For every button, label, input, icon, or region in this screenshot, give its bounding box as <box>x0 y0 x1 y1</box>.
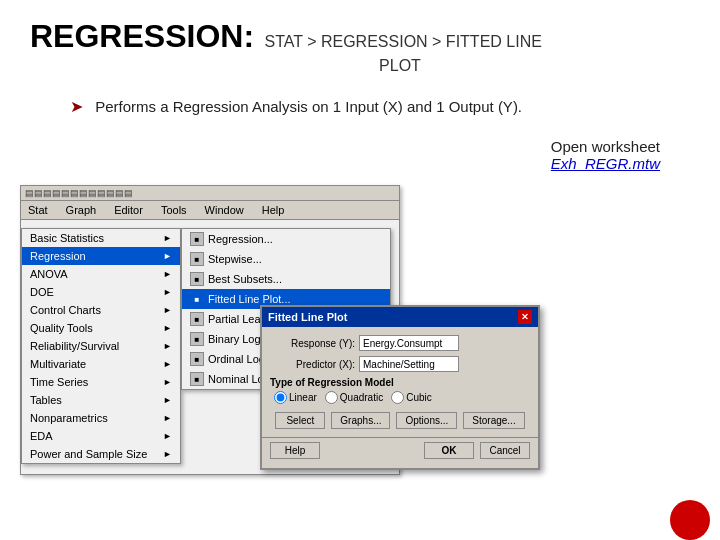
title-regression: REGRESSION: <box>30 18 254 54</box>
worksheet-area: Open worksheet Exh_REGR.mtw <box>551 138 660 172</box>
submenu-best-subsets[interactable]: ■ Best Subsets... <box>182 269 390 289</box>
ok-button[interactable]: OK <box>424 442 474 459</box>
menu-tools[interactable]: Tools <box>158 203 190 217</box>
model-type-label: Type of Regression Model <box>270 377 530 388</box>
worksheet-label: Open worksheet <box>551 138 660 155</box>
fitted-line-dialog: Fitted Line Plot ✕ Response (Y): Predict… <box>260 305 540 470</box>
stat-quality-tools[interactable]: Quality Tools ► <box>22 319 180 337</box>
binary-logistic-icon: ■ <box>190 332 204 346</box>
menu-window[interactable]: Window <box>202 203 247 217</box>
fitted-line-icon: ■ <box>190 292 204 306</box>
stat-control-charts[interactable]: Control Charts ► <box>22 301 180 319</box>
response-field: Response (Y): <box>270 335 530 351</box>
title-subtitle2: PLOT <box>30 57 690 75</box>
radio-quadratic-input[interactable] <box>325 391 338 404</box>
arrow-icon: ► <box>163 341 172 351</box>
stat-tables[interactable]: Tables ► <box>22 391 180 409</box>
help-button[interactable]: Help <box>270 442 320 459</box>
submenu-stepwise[interactable]: ■ Stepwise... <box>182 249 390 269</box>
toolbar-icons: ▤▤▤▤▤▤▤▤▤▤▤▤ <box>25 188 133 198</box>
stat-regression[interactable]: Regression ► <box>22 247 180 265</box>
radio-quadratic[interactable]: Quadratic <box>325 391 383 404</box>
stat-nonparametrics[interactable]: Nonparametrics ► <box>22 409 180 427</box>
dialog-bottom-buttons: Help OK Cancel <box>262 437 538 463</box>
ordinal-logistic-icon: ■ <box>190 352 204 366</box>
storage-button[interactable]: Storage... <box>463 412 524 429</box>
description-area: ➤ Performs a Regression Analysis on 1 In… <box>0 85 720 127</box>
arrow-icon: ► <box>163 359 172 369</box>
graphs-button[interactable]: Graphs... <box>331 412 390 429</box>
menu-editor[interactable]: Editor <box>111 203 146 217</box>
arrow-icon: ► <box>163 323 172 333</box>
stat-multivariate[interactable]: Multivariate ► <box>22 355 180 373</box>
predictor-label: Predictor (X): <box>270 359 355 370</box>
partial-least-icon: ■ <box>190 312 204 326</box>
arrow-icon: ► <box>163 413 172 423</box>
predictor-field: Predictor (X): <box>270 356 530 372</box>
dialog-titlebar: Fitted Line Plot ✕ <box>262 307 538 327</box>
options-button[interactable]: Options... <box>396 412 457 429</box>
stat-time-series[interactable]: Time Series ► <box>22 373 180 391</box>
radio-cubic[interactable]: Cubic <box>391 391 432 404</box>
stat-reliability[interactable]: Reliability/Survival ► <box>22 337 180 355</box>
arrow-icon: ► <box>163 305 172 315</box>
best-subsets-icon: ■ <box>190 272 204 286</box>
arrow-icon: ► <box>163 449 172 459</box>
menu-stat[interactable]: Stat <box>25 203 51 217</box>
worksheet-link[interactable]: Exh_REGR.mtw <box>551 155 660 172</box>
bullet-icon: ➤ <box>70 98 83 115</box>
arrow-icon: ► <box>163 377 172 387</box>
model-radio-group: Linear Quadratic Cubic <box>274 391 530 404</box>
select-button[interactable]: Select <box>275 412 325 429</box>
arrow-icon: ► <box>163 287 172 297</box>
menu-help[interactable]: Help <box>259 203 288 217</box>
arrow-icon: ► <box>163 431 172 441</box>
page-title: REGRESSION: STAT > REGRESSION > FITTED L… <box>30 18 690 55</box>
radio-cubic-input[interactable] <box>391 391 404 404</box>
title-subtitle: STAT > REGRESSION > FITTED LINE <box>264 33 541 50</box>
menu-bar: Stat Graph Editor Tools Window Help <box>21 201 399 220</box>
dialog-middle-buttons: Select Graphs... Options... Storage... <box>270 412 530 429</box>
stat-eda[interactable]: EDA ► <box>22 427 180 445</box>
radio-linear[interactable]: Linear <box>274 391 317 404</box>
stepwise-icon: ■ <box>190 252 204 266</box>
arrow-icon: ► <box>163 233 172 243</box>
nominal-logistic-icon: ■ <box>190 372 204 386</box>
response-input[interactable] <box>359 335 459 351</box>
arrow-icon: ► <box>163 251 172 261</box>
regression-icon: ■ <box>190 232 204 246</box>
red-circle-decoration <box>670 500 710 540</box>
dialog-body: Response (Y): Predictor (X): Type of Reg… <box>262 327 538 437</box>
stat-basic-statistics[interactable]: Basic Statistics ► <box>22 229 180 247</box>
dialog-title: Fitted Line Plot <box>268 311 347 323</box>
dialog-close-button[interactable]: ✕ <box>518 310 532 324</box>
stat-dropdown: Basic Statistics ► Regression ► ANOVA ► … <box>21 228 181 464</box>
radio-linear-input[interactable] <box>274 391 287 404</box>
minitab-toolbar: ▤▤▤▤▤▤▤▤▤▤▤▤ <box>21 186 399 201</box>
screenshot-area: ▤▤▤▤▤▤▤▤▤▤▤▤ Stat Graph Editor Tools Win… <box>20 185 720 525</box>
stat-anova[interactable]: ANOVA ► <box>22 265 180 283</box>
menu-graph[interactable]: Graph <box>63 203 100 217</box>
arrow-icon: ► <box>163 269 172 279</box>
arrow-icon: ► <box>163 395 172 405</box>
submenu-regression[interactable]: ■ Regression... <box>182 229 390 249</box>
predictor-input[interactable] <box>359 356 459 372</box>
stat-power-sample[interactable]: Power and Sample Size ► <box>22 445 180 463</box>
description-text: Performs a Regression Analysis on 1 Inpu… <box>95 98 522 115</box>
header: REGRESSION: STAT > REGRESSION > FITTED L… <box>0 0 720 85</box>
stat-doe[interactable]: DOE ► <box>22 283 180 301</box>
response-label: Response (Y): <box>270 338 355 349</box>
cancel-button[interactable]: Cancel <box>480 442 530 459</box>
